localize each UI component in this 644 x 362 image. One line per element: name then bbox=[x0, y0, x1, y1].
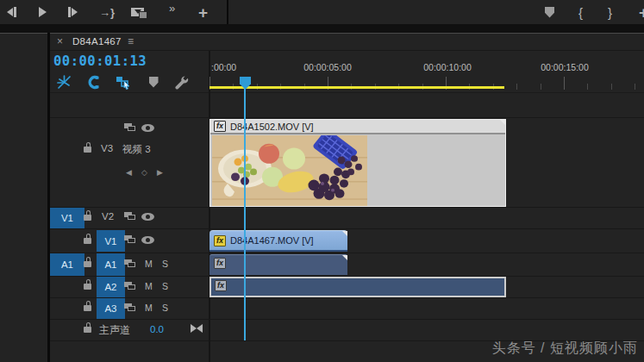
playhead-line bbox=[244, 89, 246, 340]
close-tab-icon[interactable]: × bbox=[57, 35, 63, 47]
toggle-track-output-eye-icon[interactable] bbox=[141, 124, 154, 132]
mute-button[interactable]: M bbox=[145, 303, 153, 313]
clip-title-bar: fx D84A1502.MOV [V] bbox=[210, 120, 505, 134]
clip-d84a1502-video[interactable]: fx D84A1502.MOV [V] bbox=[209, 119, 506, 207]
track-separator bbox=[50, 228, 644, 229]
clip-d84a1467-video[interactable]: fx D84A1467.MOV [V] bbox=[209, 230, 347, 252]
keyframe-prev-icon[interactable]: ◀ bbox=[126, 168, 137, 177]
render-bar-yellow bbox=[209, 86, 504, 89]
track-target-a3[interactable]: A3 bbox=[97, 298, 125, 319]
toggle-track-output-eye-icon[interactable] bbox=[141, 213, 154, 221]
toggle-track-output-eye-icon[interactable] bbox=[141, 236, 154, 244]
track-name-v3[interactable]: 视频 3 bbox=[122, 143, 151, 156]
track-lock-icon[interactable] bbox=[84, 305, 91, 311]
track-lock-icon[interactable] bbox=[84, 327, 91, 333]
clip-label: D84A1467.MOV [V] bbox=[230, 235, 314, 246]
play-button[interactable] bbox=[39, 3, 47, 21]
master-track-name: 主声道 bbox=[99, 323, 130, 338]
fx-badge: fx bbox=[214, 235, 226, 247]
ruler-tick-label: 00:00:10:00 bbox=[423, 62, 471, 72]
track-separator bbox=[50, 319, 644, 320]
track-separator bbox=[50, 117, 644, 118]
track-separator bbox=[50, 297, 644, 298]
solo-button[interactable]: S bbox=[162, 259, 168, 269]
fx-badge: fx bbox=[215, 280, 227, 291]
step-back-button[interactable] bbox=[7, 3, 16, 21]
toolbar-separator bbox=[50, 92, 644, 93]
sync-lock-icon[interactable] bbox=[124, 212, 136, 221]
pan-bowtie-icon[interactable] bbox=[191, 324, 203, 333]
clip-d84a1502-audio[interactable]: fx bbox=[209, 277, 506, 297]
add-button[interactable]: + bbox=[198, 3, 208, 21]
sequence-tab[interactable]: D84A1467 bbox=[72, 36, 122, 47]
track-id-v3[interactable]: V3 bbox=[101, 143, 113, 153]
clip-end-notch bbox=[500, 120, 505, 125]
step-forward-button[interactable] bbox=[68, 3, 78, 21]
watermark-text: 头条号 / 短视频顾小雨 bbox=[492, 340, 638, 358]
nest-sequence-icon[interactable] bbox=[55, 73, 72, 90]
source-patch-v1[interactable]: V1 bbox=[50, 208, 84, 228]
track-lock-icon[interactable] bbox=[84, 238, 91, 244]
fx-badge: fx bbox=[214, 121, 226, 132]
clip-label: D84A1502.MOV [V] bbox=[230, 122, 314, 132]
sync-lock-icon[interactable] bbox=[124, 303, 136, 312]
ruler-tick-label: 00:00:15:00 bbox=[541, 62, 588, 72]
add-marker-icon[interactable] bbox=[545, 3, 554, 21]
track-target-v1[interactable]: V1 bbox=[97, 230, 125, 252]
mute-button[interactable]: M bbox=[145, 259, 153, 269]
source-patch-a1[interactable]: A1 bbox=[50, 253, 84, 276]
track-target-a1[interactable]: A1 bbox=[97, 253, 125, 276]
track-lock-icon[interactable] bbox=[84, 284, 91, 290]
fx-badge: fx bbox=[214, 258, 226, 269]
timeline-panel: × D84A1467 ≡ 00:00:01:13 :00:00 0 bbox=[50, 33, 644, 362]
track-lock-icon[interactable] bbox=[84, 147, 91, 153]
timeline-tab-bar: × D84A1467 ≡ bbox=[50, 34, 644, 51]
mute-button[interactable]: M bbox=[145, 281, 153, 291]
toolbar-divider bbox=[227, 0, 228, 24]
program-monitor-toolbar: →} » + { } + bbox=[0, 0, 644, 24]
sync-lock-icon[interactable] bbox=[124, 123, 136, 132]
insert-button[interactable]: →} bbox=[99, 3, 115, 21]
overflow-chevron-button[interactable]: » bbox=[169, 0, 175, 16]
export-frame-icon[interactable] bbox=[131, 3, 144, 21]
ruler-tick-label: 00:00:05:00 bbox=[303, 62, 351, 72]
clip-d84a1467-audio[interactable]: fx bbox=[209, 254, 347, 275]
add-button-right[interactable]: + bbox=[639, 3, 644, 21]
keyframe-next-icon[interactable]: ▶ bbox=[157, 168, 168, 177]
add-keyframe-icon[interactable]: ◇ bbox=[141, 168, 153, 177]
panel-gap bbox=[0, 24, 644, 33]
panel-menu-icon[interactable]: ≡ bbox=[128, 35, 134, 47]
premiere-timeline-screen: →} » + { } + × D84A1467 ≡ 00:00:01:13 bbox=[0, 0, 644, 362]
mark-out-button[interactable]: } bbox=[608, 3, 612, 21]
track-id-v2[interactable]: V2 bbox=[102, 211, 114, 222]
playhead-timecode[interactable]: 00:00:01:13 bbox=[53, 53, 147, 69]
mark-in-button[interactable]: { bbox=[578, 3, 583, 21]
snap-magnet-icon[interactable] bbox=[84, 73, 102, 90]
timeline-settings-wrench-icon[interactable] bbox=[172, 73, 190, 90]
track-separator bbox=[50, 253, 644, 253]
clip-end-notch bbox=[342, 255, 347, 260]
timeline-marker-icon[interactable] bbox=[145, 73, 162, 90]
clip-end-notch bbox=[342, 231, 347, 236]
sync-lock-icon[interactable] bbox=[124, 235, 136, 244]
linked-selection-icon[interactable] bbox=[115, 73, 132, 90]
track-target-a2[interactable]: A2 bbox=[97, 277, 125, 297]
track-lock-icon[interactable] bbox=[84, 261, 91, 267]
track-lock-icon[interactable] bbox=[84, 215, 91, 221]
solo-button[interactable]: S bbox=[162, 281, 168, 291]
clip-thumbnail-fruit bbox=[212, 135, 367, 206]
collapsed-side-panel bbox=[0, 33, 47, 362]
timeline-tools bbox=[50, 72, 209, 92]
master-volume-value[interactable]: 0.0 bbox=[150, 324, 164, 334]
solo-button[interactable]: S bbox=[162, 303, 168, 313]
sync-lock-icon[interactable] bbox=[124, 282, 136, 290]
ruler-tick-label: :00:00 bbox=[211, 62, 236, 72]
track-separator bbox=[50, 207, 644, 208]
sync-lock-icon[interactable] bbox=[124, 259, 136, 268]
